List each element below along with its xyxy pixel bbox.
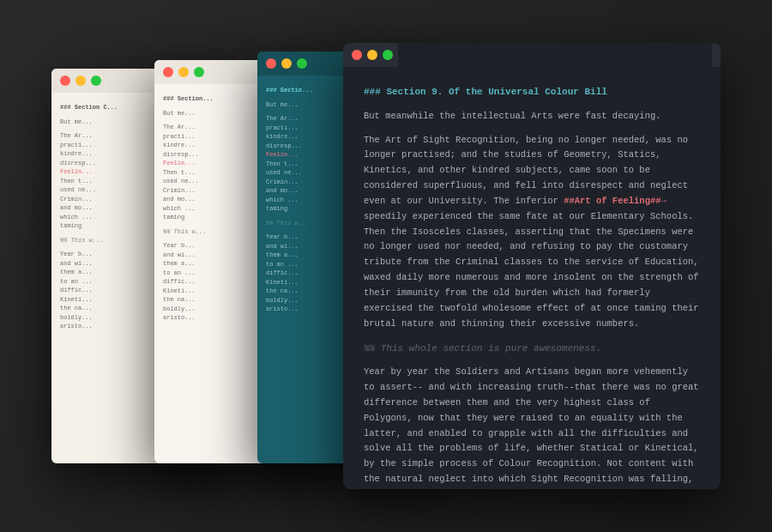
main-para1: But meanwhile the intellectual Arts were…: [364, 109, 700, 124]
desktop: ### Section C... But me... The Ar...prac…: [0, 0, 772, 532]
maximize-button-main[interactable]: [383, 50, 393, 60]
main-section-heading: ### Section 9. Of the Universal Colour B…: [364, 84, 700, 100]
main-para2-end: speedily experienced the same fate at ou…: [364, 211, 699, 329]
window-stack: ### Section C... But me... The Ar...prac…: [51, 43, 721, 489]
art-of-feeling-highlight: ##Art of Feeling##: [564, 196, 660, 206]
minimize-button-main[interactable]: [367, 50, 377, 60]
minimize-button-p1[interactable]: [75, 76, 86, 86]
main-titlebar: ★ ↗ ⏱ ≡ ⤢: [343, 43, 721, 67]
main-doc-content: ### Section 9. Of the Universal Colour B…: [343, 67, 721, 489]
close-button-p3[interactable]: [266, 58, 276, 69]
close-button-p1[interactable]: [60, 76, 70, 86]
main-window: ★ ↗ ⏱ ≡ ⤢ ### Section 9. Of the Universa…: [343, 43, 721, 489]
close-button-p2[interactable]: [163, 67, 173, 77]
minimize-button-p3[interactable]: [281, 58, 292, 69]
maximize-button-p3[interactable]: [297, 58, 307, 69]
maximize-button-p1[interactable]: [91, 76, 101, 86]
maximize-button-p2[interactable]: [194, 67, 204, 77]
close-button-main[interactable]: [352, 50, 362, 60]
arrow-symbol: →: [661, 196, 666, 206]
main-comment: %% This whole section is pure awesomenes…: [364, 341, 700, 357]
minimize-button-p2[interactable]: [178, 67, 189, 77]
main-para2: The Art of Sight Recognition, being no l…: [364, 133, 700, 332]
main-para3: Year by year the Soldiers and Artisans b…: [364, 365, 700, 489]
